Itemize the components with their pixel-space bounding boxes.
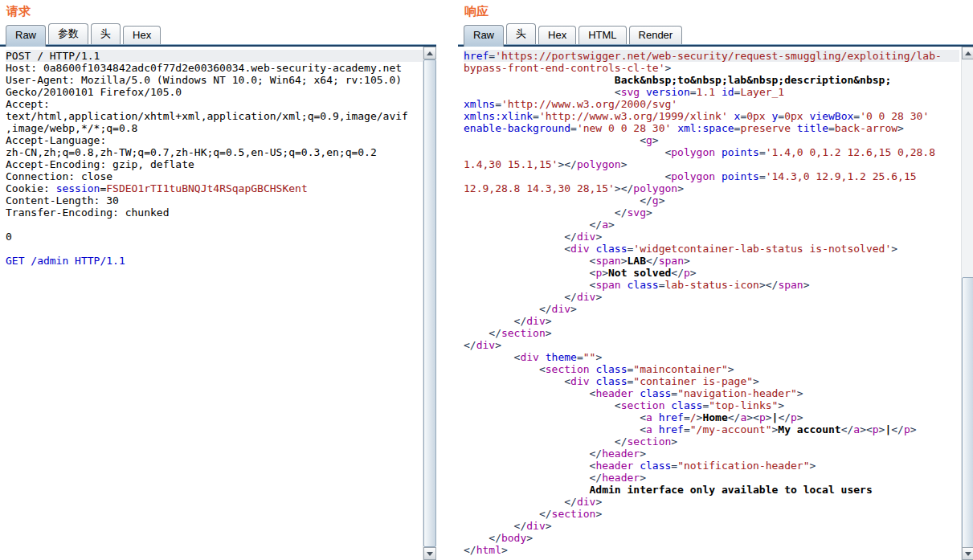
tab-render[interactable]: Render xyxy=(629,26,683,44)
code-line xyxy=(6,219,423,231)
code-line: <g> xyxy=(464,134,959,146)
arrow-up-icon xyxy=(427,51,433,55)
code-line: 1.4,30 15.1,15'></polygon> xyxy=(464,158,959,170)
code-line: GET /admin HTTP/1.1 xyxy=(6,255,423,267)
code-line: </a> xyxy=(464,219,959,231)
tab-hex[interactable]: Hex xyxy=(538,26,576,44)
code-line: <header class="notification-header"> xyxy=(464,460,959,472)
code-line: <a href="/my-account">My account</a><p>|… xyxy=(464,423,959,435)
request-scrollbar-thumb[interactable] xyxy=(423,59,436,547)
request-editor[interactable]: POST / HTTP/1.1Host: 0a8600f1034842adc0f… xyxy=(0,47,423,560)
code-line: Host: 0a8600f1034842adc0f77d2e00360034.w… xyxy=(6,62,423,74)
code-line: </div> xyxy=(464,291,959,303)
code-line: POST / HTTP/1.1 xyxy=(6,50,423,62)
response-viewer[interactable]: href='https://portswigger.net/web-securi… xyxy=(458,47,959,560)
code-line: </div> xyxy=(464,231,959,243)
code-line: </div> xyxy=(464,303,959,315)
code-line: <div class='widgetcontainer-lab-status i… xyxy=(464,243,959,255)
code-line: <polygon points='1.4,0 0,1.2 12.6,15 0,2… xyxy=(464,146,959,158)
response-scrollbar[interactable] xyxy=(961,47,973,560)
request-panel-title: 请求 xyxy=(0,0,436,21)
code-line: <div class="container is-page"> xyxy=(464,375,959,387)
request-editor-wrap: POST / HTTP/1.1Host: 0a8600f1034842adc0f… xyxy=(0,47,436,560)
scroll-up-button[interactable] xyxy=(423,47,436,59)
arrow-down-icon xyxy=(965,552,971,556)
response-scrollbar-thumb[interactable] xyxy=(962,277,973,560)
code-line: Accept: xyxy=(6,98,423,110)
code-line: Gecko/20100101 Firefox/105.0 xyxy=(6,86,423,98)
code-line: Admin interface only available to local … xyxy=(464,484,959,496)
code-line: </section> xyxy=(464,327,959,339)
burp-message-viewer: { "colors": { "title_orange": "#ed6a31",… xyxy=(0,0,973,560)
tab-hex[interactable]: Hex xyxy=(123,26,161,44)
code-line: </body> xyxy=(464,532,959,544)
response-panel-title: 响应 xyxy=(458,0,973,21)
code-line: xmlns:xlink='http://www.w3.org/1999/xlin… xyxy=(464,110,959,122)
code-line: <span class=lab-status-icon></span> xyxy=(464,279,959,291)
code-line: <header class="navigation-header"> xyxy=(464,387,959,399)
tab-html[interactable]: HTML xyxy=(578,26,626,44)
arrow-down-icon xyxy=(427,552,433,556)
tab-raw[interactable]: Raw xyxy=(464,25,504,47)
code-line: </header> xyxy=(464,472,959,484)
tab-raw[interactable]: Raw xyxy=(6,25,46,47)
tab-params[interactable]: 参数 xyxy=(48,23,88,44)
code-line: 0 xyxy=(6,231,423,243)
code-line: </svg> xyxy=(464,206,959,219)
code-line: </div> xyxy=(464,339,959,351)
code-line: bypass-front-end-controls-cl-te'> xyxy=(464,62,959,74)
response-panel: 响应 Raw头HexHTMLRender href='https://ports… xyxy=(458,0,973,560)
code-line: </div> xyxy=(464,520,959,532)
code-line: Transfer-Encoding: chunked xyxy=(6,206,423,219)
code-line: </section> xyxy=(464,435,959,448)
code-line: href='https://portswigger.net/web-securi… xyxy=(464,50,959,62)
response-viewer-wrap: href='https://portswigger.net/web-securi… xyxy=(458,47,973,560)
code-line: <p>Not solved</p> xyxy=(464,267,959,279)
code-line: Cookie: session=FSDEO1rTI1tuBNQJt4RSqapG… xyxy=(6,182,423,194)
code-line: <svg version=1.1 id=Layer_1 xyxy=(464,86,959,98)
code-line: Connection: close xyxy=(6,170,423,182)
code-line xyxy=(6,243,423,255)
code-line: <span>LAB</span> xyxy=(464,255,959,267)
code-line: </header> xyxy=(464,448,959,460)
code-line: </section> xyxy=(464,508,959,520)
code-line: </html> xyxy=(464,544,959,556)
code-line: Accept-Language: xyxy=(6,134,423,146)
code-line: 12.9,28.8 14.3,30 28,15'></polygon> xyxy=(464,182,959,194)
arrow-up-icon xyxy=(965,51,971,55)
code-line: ,image/webp,*/*;q=0.8 xyxy=(6,122,423,134)
response-tabbar: Raw头HexHTMLRender xyxy=(458,21,973,47)
code-line: <section class="maincontainer"> xyxy=(464,363,959,375)
code-line: <div theme=""> xyxy=(464,351,959,363)
code-line: Content-Length: 30 xyxy=(6,194,423,206)
code-line: </div> xyxy=(464,315,959,327)
tab-headers[interactable]: 头 xyxy=(91,23,121,44)
request-scrollbar[interactable] xyxy=(423,47,435,560)
code-line: <polygon points='14.3,0 12.9,1.2 25.6,15 xyxy=(464,170,959,182)
request-panel: 请求 Raw参数头Hex POST / HTTP/1.1Host: 0a8600… xyxy=(0,0,436,560)
code-line: User-Agent: Mozilla/5.0 (Windows NT 10.0… xyxy=(6,74,423,86)
code-line: Accept-Encoding: gzip, deflate xyxy=(6,158,423,170)
code-line: text/html,application/xhtml+xml,applicat… xyxy=(6,110,423,122)
code-line: </g> xyxy=(464,194,959,206)
code-line: xmlns='http://www.w3.org/2000/svg' xyxy=(464,98,959,110)
code-line: enable-background='new 0 0 28 30' xml:sp… xyxy=(464,122,959,134)
code-line: zh-CN,zh;q=0.8,zh-TW;q=0.7,zh-HK;q=0.5,e… xyxy=(6,146,423,158)
scroll-up-button[interactable] xyxy=(962,47,973,59)
scroll-down-button[interactable] xyxy=(962,547,973,560)
request-tabbar: Raw参数头Hex xyxy=(0,21,436,47)
code-line: </div> xyxy=(464,496,959,508)
code-line: Back&nbsp;to&nbsp;lab&nbsp;description&n… xyxy=(464,74,959,86)
code-line: <a href=/>Home</a><p>|</p> xyxy=(464,411,959,423)
code-line: <section class="top-links"> xyxy=(464,399,959,411)
scroll-down-button[interactable] xyxy=(423,547,436,560)
tab-headers[interactable]: 头 xyxy=(506,23,536,44)
